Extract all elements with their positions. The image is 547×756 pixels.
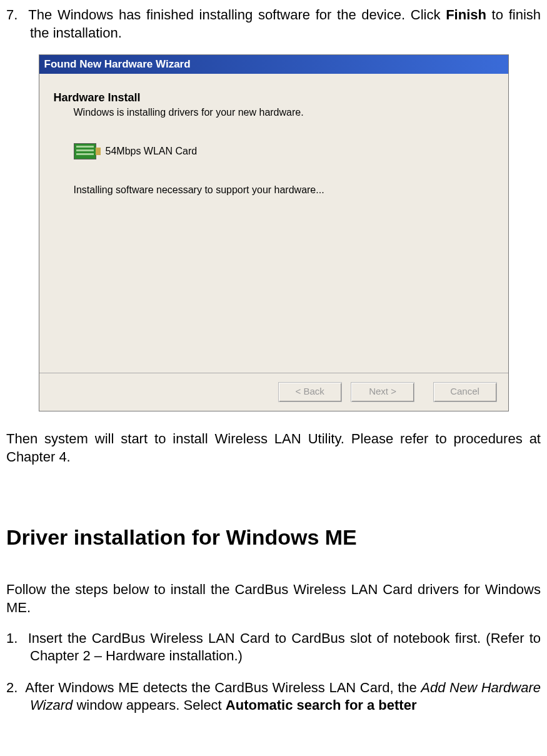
- wizard-sub: Windows is installing drivers for your n…: [74, 107, 480, 118]
- li2-num: 2.: [6, 680, 18, 695]
- wizard-title: Found New Hardware Wizard: [44, 58, 191, 70]
- wizard-window: Found New Hardware Wizard Hardware Insta…: [39, 54, 509, 411]
- network-card-icon: [74, 143, 96, 159]
- back-button[interactable]: < Back: [278, 382, 342, 402]
- button-row: < Back Next > Cancel: [39, 373, 508, 411]
- heading-windows-me: Driver installation for Windows ME: [6, 525, 541, 550]
- li1-num: 1.: [6, 630, 18, 646]
- install-status: Installing software necessary to support…: [74, 184, 480, 196]
- numbered-list: 1. Insert the CardBus Wireless LAN Card …: [6, 630, 541, 715]
- li2-b: window appears. Select: [73, 697, 226, 713]
- li2-bold: Automatic search for a better: [226, 697, 417, 713]
- intro-me: Follow the steps below to install the Ca…: [6, 581, 541, 617]
- cancel-button[interactable]: Cancel: [433, 382, 497, 402]
- step-7-bold: Finish: [446, 7, 486, 23]
- wizard-body: Hardware Install Windows is installing d…: [39, 74, 508, 373]
- list-item-1: 1. Insert the CardBus Wireless LAN Card …: [6, 630, 541, 665]
- step-7: 7. The Windows has finished installing s…: [6, 6, 541, 42]
- next-button[interactable]: Next >: [351, 382, 414, 402]
- li2-a: After Windows ME detects the CardBus Wir…: [25, 680, 421, 695]
- device-name: 54Mbps WLAN Card: [106, 146, 198, 157]
- after-wizard-text: Then system will start to install Wirele…: [6, 430, 541, 466]
- list-item-2: 2. After Windows ME detects the CardBus …: [6, 679, 541, 715]
- li1-text: Insert the CardBus Wireless LAN Card to …: [28, 630, 541, 664]
- wizard-heading: Hardware Install: [54, 91, 480, 104]
- step-7-text-a: The Windows has finished installing soft…: [28, 7, 446, 23]
- device-row: 54Mbps WLAN Card: [74, 143, 480, 159]
- step-7-num: 7.: [6, 7, 18, 23]
- wizard-titlebar: Found New Hardware Wizard: [39, 55, 508, 74]
